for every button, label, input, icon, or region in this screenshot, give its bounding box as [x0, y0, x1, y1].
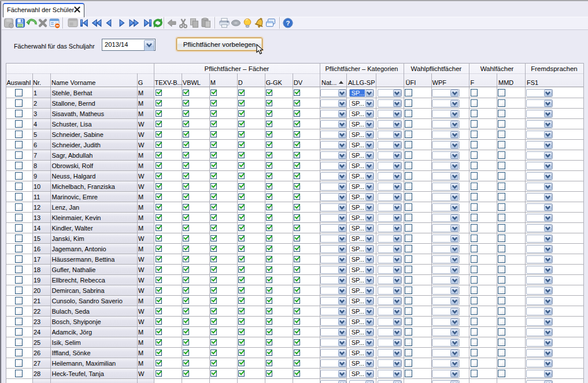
svg-text:?: ? — [286, 20, 290, 27]
